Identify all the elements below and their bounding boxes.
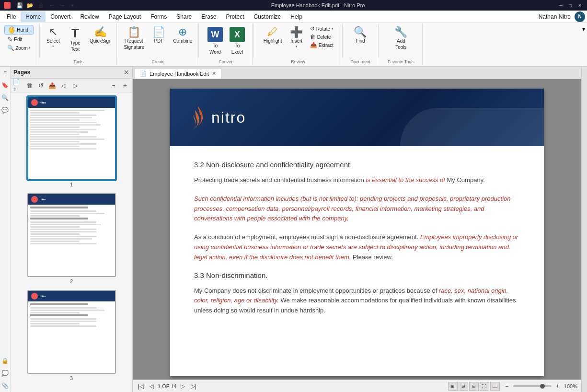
pages-list: nitro	[11, 92, 132, 392]
delete-icon: 🗑	[310, 34, 316, 40]
menu-convert[interactable]: Convert	[46, 12, 75, 22]
qat-customize[interactable]: ▾	[68, 1, 77, 10]
nda-intro: Protecting trade secrets and confidentia…	[194, 175, 520, 185]
insert-dropdown: ▾	[296, 45, 298, 48]
insert-button[interactable]: ➕ Insert ▾	[286, 25, 307, 49]
pages-delete-btn[interactable]: 🗑	[24, 80, 35, 91]
zoom-out-btn[interactable]: −	[503, 382, 511, 391]
qat-redo[interactable]: ↪	[58, 1, 66, 10]
extract-button[interactable]: 📤 Extract	[308, 41, 335, 49]
next-page-btn[interactable]: ▷	[179, 382, 187, 391]
menu-customize[interactable]: Customize	[249, 12, 286, 22]
sidebar-attach-icon[interactable]: 📎	[1, 381, 10, 390]
menu-share[interactable]: Share	[172, 12, 196, 22]
add-tools-button[interactable]: 🔧 Add Tools	[391, 25, 412, 51]
minimize-button[interactable]: ─	[557, 2, 564, 9]
nda-list: Such confidential information includes (…	[194, 194, 520, 224]
pdf-body: 3.2 Non-disclosure and confidentiality a…	[170, 146, 544, 339]
reading-view-btn[interactable]: 📖	[490, 382, 500, 391]
menu-page-layout[interactable]: Page Layout	[104, 12, 146, 22]
page-thumb-img-1: nitro	[27, 96, 116, 180]
zoom-in-btn[interactable]: +	[553, 382, 562, 391]
nondiscrim-heading: 3.3 Non-discrimination.	[194, 271, 520, 279]
last-page-btn[interactable]: ▷|	[189, 382, 198, 391]
edit-button[interactable]: ✎ Edit	[4, 35, 34, 44]
combine-button[interactable]: ⊕ Combine	[170, 25, 195, 45]
pdf-viewport[interactable]: nitro 3.2 Non-disclosure and confidentia…	[133, 79, 581, 380]
delete-button[interactable]: 🗑 Delete	[308, 33, 335, 41]
divider-6	[378, 24, 379, 58]
pages-move-left-btn[interactable]: ◁	[58, 80, 69, 91]
menu-protect[interactable]: Protect	[221, 12, 249, 22]
right-scrollbar[interactable]	[581, 67, 587, 392]
menu-help[interactable]: Help	[286, 12, 307, 22]
qat-print[interactable]: 🖨	[36, 1, 45, 10]
sidebar-comment-icon[interactable]: 💭	[1, 369, 10, 378]
request-signature-button[interactable]: 📋 Request Signature	[121, 25, 148, 51]
zoom-slider[interactable]	[513, 385, 552, 387]
menu-erase[interactable]: Erase	[196, 12, 221, 22]
zoom-button[interactable]: 🔍 Zoom ▾	[4, 44, 34, 52]
nda-condition: As a condition of employment, employees …	[194, 232, 520, 262]
menu-review[interactable]: Review	[75, 12, 104, 22]
page-content-2	[28, 205, 115, 247]
zoom-icon: 🔍	[7, 45, 14, 51]
ribbon-collapse[interactable]: ▾	[580, 24, 587, 65]
menu-file[interactable]: File	[2, 12, 21, 22]
pages-insert-btn[interactable]: 📄+	[12, 80, 23, 91]
user-avatar[interactable]: N	[575, 12, 585, 22]
close-button[interactable]: ✕	[576, 2, 583, 9]
find-button[interactable]: 🔍 Find	[350, 25, 371, 45]
scroll-view-btn[interactable]: ⊟	[469, 382, 479, 391]
page-thumb-2[interactable]: nitro	[27, 193, 116, 284]
single-page-view-btn[interactable]: ▣	[448, 382, 458, 391]
type-text-button[interactable]: T Type Text	[65, 25, 86, 53]
zoom-controls: − + 100%	[503, 382, 577, 391]
pages-extract-btn[interactable]: 📤	[47, 80, 58, 91]
qat-undo[interactable]: ↩	[47, 1, 56, 10]
window-title: Employee Handbook Edit.pdf - Nitro Pro	[271, 2, 365, 8]
sidebar-search-icon[interactable]: 🔍	[1, 93, 10, 102]
prev-page-btn[interactable]: ◁	[147, 382, 156, 391]
pages-zoom-in-btn[interactable]: +	[120, 80, 130, 91]
menu-forms[interactable]: Forms	[146, 12, 172, 22]
rotate-button[interactable]: ↺ Rotate ▾	[308, 25, 335, 33]
highlight-button[interactable]: 🖊 Highlight	[261, 25, 285, 45]
quicksign-button[interactable]: ✍ QuickSign	[87, 25, 115, 45]
divider-3	[198, 24, 199, 58]
qat-open[interactable]: 📂	[26, 1, 35, 10]
pages-move-right-btn[interactable]: ▷	[70, 80, 81, 91]
qat-save[interactable]: 💾	[15, 1, 24, 10]
nda-heading: 3.2 Non-disclosure and confidentiality a…	[194, 161, 520, 169]
first-page-btn[interactable]: |◁	[137, 382, 145, 391]
pages-zoom-out-btn[interactable]: −	[108, 80, 119, 91]
app-icon	[4, 2, 11, 9]
word-icon: W	[207, 27, 223, 42]
page-thumb-3[interactable]: nitro 3	[27, 290, 116, 381]
ribbon-group-review: 🖊 Highlight ➕ Insert ▾ ↺ Rotate ▾ 🗑	[255, 24, 341, 65]
pages-rotate-btn[interactable]: ↺	[35, 80, 46, 91]
two-page-view-btn[interactable]: ⊞	[459, 382, 468, 391]
select-button[interactable]: ↖ Select ▾	[43, 25, 64, 49]
sidebar-annot-icon[interactable]: 💬	[1, 106, 10, 115]
pages-panel-close[interactable]: ✕	[124, 69, 129, 76]
hand-button[interactable]: 🖐 Hand	[4, 25, 34, 35]
nondiscrim-body: My Company does not discriminate in empl…	[194, 286, 520, 316]
full-screen-btn[interactable]: ⛶	[480, 382, 489, 391]
sidebar-bookmarks-icon[interactable]: 🔖	[1, 81, 10, 90]
status-bar: |◁ ◁ 1 OF 14 ▷ ▷| ▣ ⊞ ⊟ ⛶ 📖 −	[133, 380, 581, 392]
maximize-button[interactable]: □	[567, 2, 574, 9]
sidebar-security-icon[interactable]: 🔒	[1, 357, 10, 365]
tab-close-button[interactable]: ✕	[212, 70, 216, 77]
page-num-1: 1	[70, 182, 73, 187]
to-excel-button[interactable]: X To Excel	[227, 25, 248, 56]
nitro-flame-icon	[189, 105, 207, 129]
page-thumb-1[interactable]: nitro	[27, 96, 116, 187]
menu-home[interactable]: Home	[21, 12, 46, 22]
pdf-button[interactable]: 📄 PDF	[148, 25, 169, 45]
combine-icon: ⊕	[178, 27, 187, 37]
edit-icon: ✎	[7, 36, 13, 43]
document-tab[interactable]: 📄 Employee Handbook Edit ✕	[135, 68, 221, 79]
to-word-button[interactable]: W To Word	[205, 25, 226, 56]
sidebar-pages-icon[interactable]: ≡	[1, 69, 10, 77]
